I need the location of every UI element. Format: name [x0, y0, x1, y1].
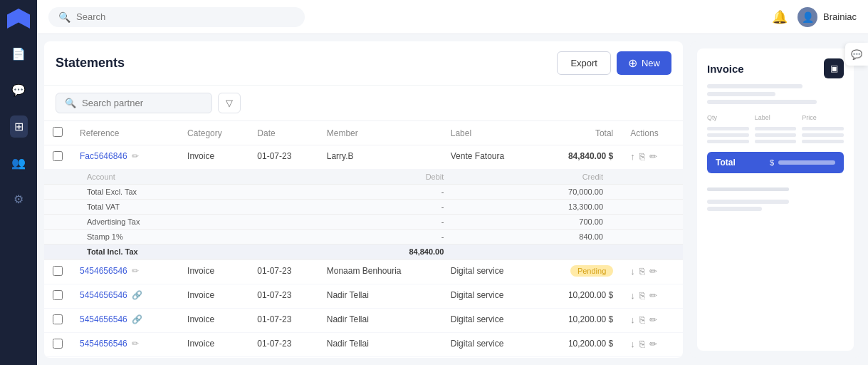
ref-link[interactable]: 5454656546 [80, 339, 127, 349]
statements-table: Reference Category Date Member Label Tot… [44, 121, 683, 358]
col-total: Total [538, 121, 622, 145]
sidebar: 📄 💬 ⊞ 👥 ⚙ [0, 0, 37, 365]
notification-bell-icon[interactable]: 🔔 [772, 9, 788, 25]
invoice-preview-panel: Invoice ▣ Qty Label Price [690, 41, 861, 358]
select-all-checkbox[interactable] [53, 127, 63, 137]
member-cell: Nadir Tellai [318, 309, 442, 333]
date-cell: 01-07-23 [249, 333, 318, 357]
copy-action-icon[interactable]: ⎘ [639, 290, 645, 301]
download-action-icon[interactable]: ↓ [630, 314, 635, 325]
edit-icon[interactable]: ✏ [132, 339, 139, 349]
category-cell: Invoice [179, 145, 249, 170]
sub-account: Stamp 1% [78, 230, 293, 245]
mini-rows [707, 127, 844, 143]
copy-action-icon[interactable]: ⎘ [639, 314, 645, 325]
invoice-total-bar: Total $ [707, 152, 844, 173]
download-action-icon[interactable]: ↓ [630, 290, 635, 301]
new-label: New [642, 58, 660, 68]
sub-table: Account Debit Credit [44, 170, 683, 259]
sub-debit-total: 84,840.00 [293, 245, 453, 259]
sidebar-item-settings[interactable]: ⚙ [9, 188, 28, 210]
row-checkbox[interactable] [53, 151, 63, 161]
search-partner-input[interactable] [82, 98, 203, 108]
row-checkbox[interactable] [53, 290, 63, 300]
edit-action-icon[interactable]: ✏ [649, 339, 657, 349]
currency-symbol: $ [770, 158, 774, 167]
table-row: Fac5646846 ✏ Invoice 01-07-23 Larry.B Ve… [44, 145, 683, 170]
copy-action-icon[interactable]: ⎘ [639, 151, 645, 162]
sidebar-item-dashboard[interactable]: ⊞ [10, 115, 28, 138]
col-label: Label [442, 121, 538, 145]
sub-table-row: Total Excl. Tax - 70,000.00 [44, 185, 683, 200]
sub-table-row: Total VAT - 13,300.00 [44, 200, 683, 215]
sidebar-item-chat[interactable]: 💬 [7, 79, 30, 101]
sidebar-item-users[interactable]: 👥 [7, 152, 30, 174]
mini-col-price: Price [802, 114, 844, 121]
mini-cell [802, 140, 844, 143]
col-category: Category [179, 121, 249, 145]
edit-action-icon[interactable]: ✏ [649, 151, 657, 162]
filter-icon: ▽ [226, 98, 233, 108]
edit-action-icon[interactable]: ✏ [649, 314, 657, 325]
invoice-card: Invoice ▣ Qty Label Price [697, 48, 854, 351]
ref-link[interactable]: 5454656546 [80, 314, 127, 324]
date-cell: 01-07-23 [249, 284, 318, 309]
table-row: 5454656546 🔗 Invoice 01-07-23 Nadir Tell… [44, 309, 683, 333]
date-cell: 01-07-23 [249, 145, 318, 170]
member-cell: Nadir Tellai [318, 333, 442, 357]
sub-credit: 70,000.00 [452, 185, 612, 200]
download-action-icon[interactable]: ↓ [630, 266, 635, 277]
edit-icon[interactable]: 🔗 [132, 314, 142, 324]
date-cell: 01-07-23 [249, 357, 318, 359]
global-search-bar[interactable]: 🔍 [48, 7, 305, 27]
sub-credit: 700.00 [452, 215, 612, 230]
extra-line-2 [707, 207, 762, 211]
sub-col-debit: Debit [293, 170, 453, 185]
ref-cell: Fac5646846 ✏ [80, 151, 170, 161]
edit-action-icon[interactable]: ✏ [649, 266, 657, 277]
row-checkbox[interactable] [53, 314, 63, 324]
total-cell: 10,200.00 $ [538, 333, 622, 357]
upload-action-icon[interactable]: ↑ [630, 151, 635, 162]
edit-icon[interactable]: ✏ [132, 266, 139, 276]
edit-icon[interactable]: 🔗 [132, 290, 142, 300]
row-checkbox[interactable] [53, 339, 63, 349]
table-row: 5454656546 ✏ Invoice 01-07-23 Nadir Tell… [44, 333, 683, 357]
mini-cell [707, 133, 749, 137]
ref-link[interactable]: Fac5646846 [80, 151, 127, 161]
copy-action-icon[interactable]: ⎘ [639, 266, 645, 277]
date-cell: 01-07-23 [249, 260, 318, 284]
sidebar-item-document[interactable]: 📄 [7, 43, 30, 65]
ref-link[interactable]: 5454656546 [80, 266, 127, 276]
filter-button[interactable]: ▽ [218, 93, 241, 113]
mini-cell [755, 140, 797, 143]
copy-action-icon[interactable]: ⎘ [639, 339, 645, 349]
total-cell: 10,200.00 $ [538, 309, 622, 333]
new-button[interactable]: ⊕ New [617, 51, 671, 75]
label-cell: Digital service [442, 260, 538, 284]
main-wrapper: 🔍 🔔 👤 Brainiac Statements Export ⊕ [37, 0, 868, 365]
global-search-input[interactable] [76, 11, 295, 22]
topbar: 🔍 🔔 👤 Brainiac [37, 0, 868, 34]
label-cell: Vente Fatoura [442, 145, 538, 170]
avatar-circle: 👤 [798, 7, 817, 27]
download-action-icon[interactable]: ↓ [630, 339, 635, 349]
invoice-line-1 [707, 84, 802, 88]
search-partner-bar[interactable]: 🔍 [56, 93, 212, 113]
row-checkbox[interactable] [53, 266, 63, 276]
export-button[interactable]: Export [557, 51, 611, 75]
sub-debit: - [293, 230, 453, 245]
total-cell: 54,140.00 $ [538, 357, 622, 359]
side-chat-button[interactable]: 💬 [845, 43, 868, 66]
sub-account-total: Total Incl. Tax [78, 245, 293, 259]
toolbar: 🔍 ▽ [44, 86, 683, 121]
ref-link[interactable]: 5454656546 [80, 290, 127, 300]
edit-action-icon[interactable]: ✏ [649, 290, 657, 301]
left-panel: Statements Export ⊕ New 🔍 ▽ [44, 41, 683, 358]
user-avatar[interactable]: 👤 Brainiac [798, 7, 857, 27]
ref-cell: 5454656546 🔗 [80, 290, 170, 300]
avatar-icon: 👤 [802, 11, 814, 23]
sub-col-credit: Credit [452, 170, 612, 185]
edit-icon[interactable]: ✏ [132, 151, 139, 161]
label-cell: Digital service [442, 333, 538, 357]
